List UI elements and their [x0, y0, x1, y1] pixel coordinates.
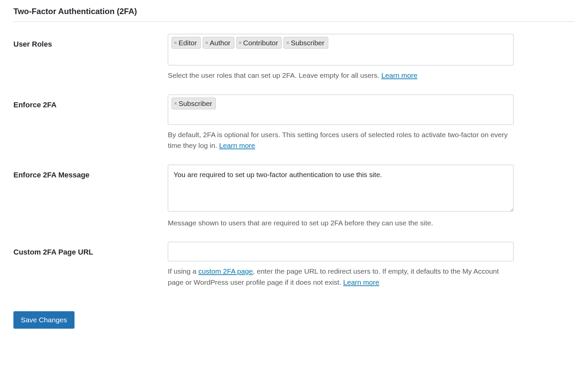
user-roles-input[interactable]: × Editor × Author × Contributor × Subscr… [168, 34, 513, 65]
enforce-message-textarea[interactable] [168, 165, 513, 212]
tag-label: Author [210, 38, 231, 47]
row-user-roles: User Roles × Editor × Author × Contribut… [13, 34, 575, 81]
row-enforce-2fa: Enforce 2FA × Subscriber By default, 2FA… [13, 95, 575, 151]
tag-subscriber: × Subscriber [172, 98, 216, 109]
tag-label: Contributor [243, 38, 278, 47]
label-enforce-2fa: Enforce 2FA [13, 95, 168, 109]
tag-contributor: × Contributor [236, 37, 282, 49]
label-user-roles: User Roles [13, 34, 168, 49]
enforce-2fa-description: By default, 2FA is optional for users. T… [168, 129, 513, 151]
tag-subscriber: × Subscriber [284, 37, 328, 49]
enforce-message-description: Message shown to users that are required… [168, 218, 513, 229]
tag-author: × Author [203, 37, 234, 49]
row-custom-url: Custom 2FA Page URL If using a custom 2F… [13, 242, 575, 288]
custom-url-input[interactable] [168, 242, 513, 261]
close-icon[interactable]: × [174, 101, 177, 106]
tag-label: Editor [179, 38, 197, 47]
save-button[interactable]: Save Changes [13, 311, 75, 329]
tag-label: Subscriber [291, 38, 324, 47]
learn-more-link[interactable]: Learn more [343, 278, 379, 286]
enforce-2fa-input[interactable]: × Subscriber [168, 95, 513, 125]
label-enforce-message: Enforce 2FA Message [13, 165, 168, 179]
close-icon[interactable]: × [174, 40, 177, 46]
tag-label: Subscriber [179, 99, 212, 108]
close-icon[interactable]: × [239, 40, 242, 46]
label-custom-url: Custom 2FA Page URL [13, 242, 168, 257]
learn-more-link[interactable]: Learn more [219, 142, 255, 149]
row-enforce-message: Enforce 2FA Message Message shown to use… [13, 165, 575, 229]
custom-url-description: If using a custom 2FA page, enter the pa… [168, 266, 513, 288]
section-title: Two-Factor Authentication (2FA) [13, 7, 575, 22]
close-icon[interactable]: × [286, 40, 289, 46]
tag-editor: × Editor [172, 37, 201, 49]
learn-more-link[interactable]: Learn more [381, 71, 417, 79]
user-roles-description: Select the user roles that can set up 2F… [168, 70, 513, 81]
close-icon[interactable]: × [205, 40, 208, 46]
custom-2fa-page-link[interactable]: custom 2FA page [198, 267, 253, 275]
